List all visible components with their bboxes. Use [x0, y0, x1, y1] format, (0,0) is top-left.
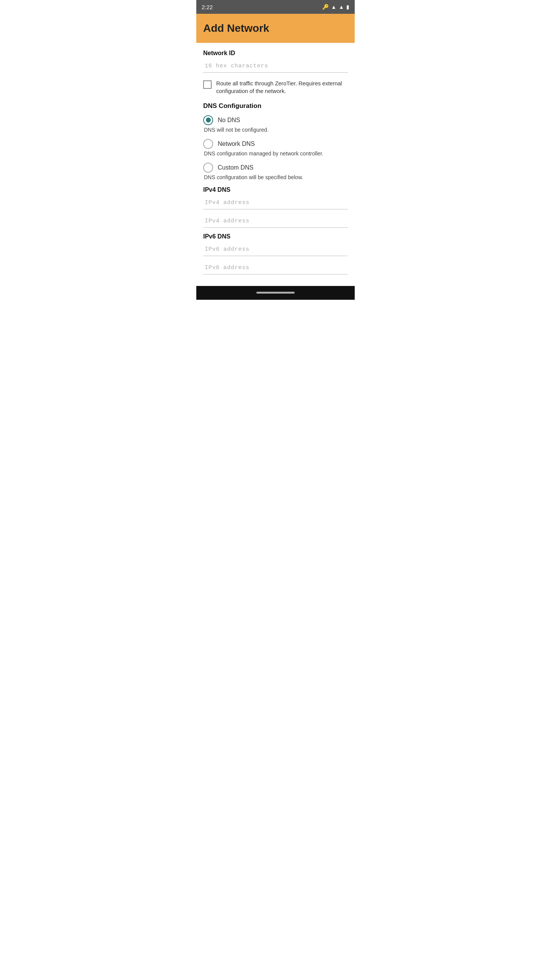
route-traffic-label: Route all traffic through ZeroTier. Requ… — [216, 80, 348, 95]
network-id-label: Network ID — [203, 50, 348, 57]
dns-section-title: DNS Configuration — [203, 102, 348, 110]
signal-icon: ▲ — [339, 4, 344, 10]
no-dns-radio[interactable] — [203, 115, 213, 125]
ipv6-input-1[interactable] — [203, 243, 348, 256]
custom-dns-radio[interactable] — [203, 163, 213, 173]
no-dns-label: No DNS — [218, 117, 240, 124]
status-icons: 🔑 ▲ ▲ ▮ — [322, 4, 349, 10]
custom-dns-row[interactable]: Custom DNS — [203, 163, 348, 173]
route-traffic-row: Route all traffic through ZeroTier. Requ… — [203, 80, 348, 95]
custom-dns-description: DNS configuration will be specified belo… — [204, 174, 348, 180]
network-dns-row[interactable]: Network DNS — [203, 139, 348, 149]
page-title: Add Network — [203, 22, 269, 34]
ipv6-label: IPv6 DNS — [203, 233, 348, 240]
radio-option-network-dns: Network DNS DNS configuration managed by… — [203, 139, 348, 157]
key-icon: 🔑 — [322, 4, 329, 10]
ipv4-section: IPv4 DNS — [203, 186, 348, 228]
nav-pill — [256, 292, 295, 294]
ipv6-input-2[interactable] — [203, 261, 348, 274]
ipv4-label: IPv4 DNS — [203, 186, 348, 193]
radio-option-custom-dns: Custom DNS DNS configuration will be spe… — [203, 163, 348, 180]
battery-icon: ▮ — [346, 4, 349, 10]
radio-option-no-dns: No DNS DNS will not be configured. — [203, 115, 348, 133]
nav-bar — [196, 286, 355, 300]
no-dns-description: DNS will not be configured. — [204, 127, 348, 133]
status-time: 2:22 — [202, 4, 213, 10]
wifi-icon: ▲ — [331, 4, 336, 10]
no-dns-row[interactable]: No DNS — [203, 115, 348, 125]
ipv6-section: IPv6 DNS — [203, 233, 348, 274]
network-dns-description: DNS configuration managed by network con… — [204, 150, 348, 157]
network-dns-label: Network DNS — [218, 140, 255, 147]
no-dns-radio-inner — [206, 118, 211, 122]
ipv4-input-2[interactable] — [203, 215, 348, 228]
network-id-input[interactable] — [203, 60, 348, 73]
main-content: Network ID Route all traffic through Zer… — [196, 43, 355, 286]
page-header: Add Network — [196, 14, 355, 43]
custom-dns-label: Custom DNS — [218, 164, 253, 171]
route-traffic-checkbox[interactable] — [203, 80, 212, 89]
status-bar: 2:22 🔑 ▲ ▲ ▮ — [196, 0, 355, 14]
ipv4-input-1[interactable] — [203, 196, 348, 209]
network-dns-radio[interactable] — [203, 139, 213, 149]
